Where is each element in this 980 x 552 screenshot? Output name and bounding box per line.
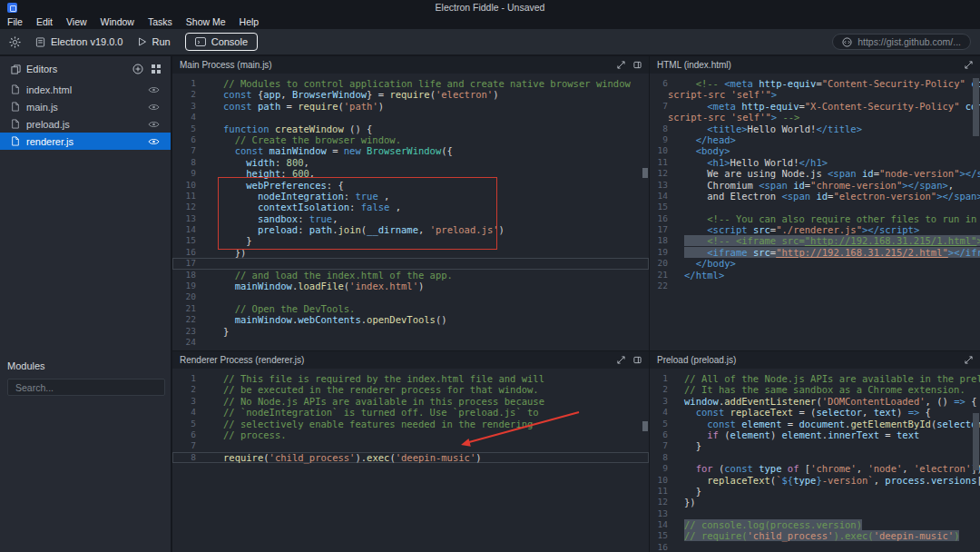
line-number: 24: [172, 337, 207, 348]
menu-tasks[interactable]: Tasks: [148, 16, 172, 27]
code-line: 1// Modules to control application life …: [172, 78, 649, 89]
line-number: 8: [172, 157, 207, 168]
scrollbar-thumb[interactable]: [973, 413, 979, 470]
modules-title: Modules: [0, 355, 171, 377]
code-line: 15// require('child_process').exec('deep…: [650, 530, 980, 541]
code-editor-html[interactable]: 6 <!-- <meta http-equiv="Content-Securit…: [650, 74, 980, 350]
run-button[interactable]: Run: [138, 36, 171, 47]
code-line: 12 We are using Node.js <span id="node-v…: [650, 168, 980, 179]
code-line: 13 sandbox: true,: [172, 213, 649, 224]
line-number: 5: [172, 419, 207, 429]
line-number: 6: [650, 78, 673, 89]
code-line: 12 contextIsolation: false ,: [172, 202, 649, 212]
code-line: 6// process.: [172, 429, 649, 440]
gist-icon: [842, 37, 852, 47]
code-editor-main[interactable]: 1// Modules to control application life …: [172, 74, 649, 350]
panel-toggle-icon[interactable]: [633, 356, 642, 364]
code-line: 9 for (const type of ['chrome', 'node', …: [650, 463, 980, 474]
code-line: 12}): [650, 497, 980, 508]
layout-grid-icon[interactable]: [151, 64, 162, 74]
file-icon: [11, 102, 20, 112]
module-search-input[interactable]: [7, 379, 165, 396]
code-line: 6 if (element) element.innerText = text: [650, 429, 980, 440]
code-line: 5// selectively enable features needed i…: [172, 419, 649, 429]
line-number: 16: [650, 213, 673, 224]
line-number: 12: [650, 497, 673, 508]
menu-edit[interactable]: Edit: [36, 16, 53, 27]
menu-file[interactable]: File: [7, 16, 23, 27]
pane-title: Renderer Process (renderer.js): [180, 355, 304, 365]
eye-icon[interactable]: [148, 121, 160, 128]
gear-icon[interactable]: [9, 36, 21, 48]
code-line: 16 }): [172, 247, 649, 258]
line-number: 2: [172, 89, 207, 100]
eye-icon[interactable]: [148, 138, 160, 145]
line-number: 11: [650, 157, 673, 168]
code-line: 13: [650, 508, 980, 519]
line-number: 4: [172, 112, 207, 123]
code-line: 16: [650, 542, 980, 552]
editors-title: Editors: [26, 64, 57, 74]
menu-view[interactable]: View: [66, 16, 87, 27]
line-number: 19: [172, 281, 207, 291]
menu-help[interactable]: Help: [240, 16, 260, 27]
line-number: 16: [650, 542, 673, 552]
code-line: 11 <h1>Hello World!</h1>: [650, 157, 980, 168]
file-name: main.js: [26, 102, 58, 113]
sidebar-item-index.html[interactable]: index.html: [0, 81, 171, 98]
editor-file-list: index.htmlmain.jspreload.jsrenderer.js: [0, 81, 171, 150]
line-number: 23: [172, 326, 207, 337]
expand-icon[interactable]: [965, 356, 973, 364]
editors-section-header: Editors: [0, 56, 171, 81]
line-number: 14: [650, 519, 673, 530]
panel-toggle-icon[interactable]: [633, 61, 642, 69]
line-number: 17: [172, 258, 207, 269]
expand-icon[interactable]: [617, 61, 625, 69]
code-line: 10 webPreferences: {: [172, 180, 649, 191]
line-number: 10: [650, 475, 673, 486]
code-line: 22 mainWindow.webContents.openDevTools(): [172, 314, 649, 325]
main-content: Editors index.htmlmain.jspreload.jsrende…: [0, 56, 980, 552]
electron-version-selector[interactable]: Electron v19.0.0: [35, 36, 123, 47]
pane-header: Main Process (main.js): [172, 56, 649, 74]
sidebar-item-renderer.js[interactable]: renderer.js: [0, 133, 171, 150]
overview-ruler-marker: [642, 421, 648, 431]
pane-html: HTML (index.html) 6 <!-- <meta http-equi…: [650, 56, 980, 350]
line-number: 5: [650, 419, 673, 429]
line-number: 9: [650, 463, 673, 474]
line-number: 19: [650, 247, 673, 258]
code-line: 3// No Node.js APIs are available in thi…: [172, 396, 649, 407]
gist-url-field[interactable]: https://gist.github.com/...: [832, 34, 971, 50]
line-number: 11: [172, 191, 207, 202]
line-number: 10: [650, 145, 673, 156]
code-line: 4 const replaceText = (selector, text) =…: [650, 407, 980, 418]
code-line: script-src 'self'">: [650, 89, 980, 100]
pane-title: Main Process (main.js): [180, 60, 272, 70]
code-editor-preload[interactable]: 1// All of the Node.js APIs are availabl…: [650, 369, 980, 552]
expand-icon[interactable]: [965, 61, 973, 69]
menu-window[interactable]: Window: [101, 16, 134, 27]
code-line: 7 const mainWindow = new BrowserWindow({: [172, 145, 649, 156]
line-number: 2: [172, 384, 207, 395]
add-editor-icon[interactable]: [132, 64, 143, 74]
eye-icon[interactable]: [148, 86, 160, 94]
eye-icon[interactable]: [148, 104, 160, 111]
line-number: 18: [650, 235, 673, 246]
menu-show-me[interactable]: Show Me: [186, 16, 226, 27]
code-line: 20: [172, 291, 649, 302]
line-number: 1: [172, 373, 207, 384]
code-editor-renderer[interactable]: 1// This file is required by the index.h…: [172, 369, 649, 552]
terminal-icon: [195, 37, 206, 46]
sidebar-item-main.js[interactable]: main.js: [0, 98, 171, 115]
line-number: 3: [650, 396, 673, 407]
sidebar-item-preload.js[interactable]: preload.js: [0, 115, 171, 133]
line-number: 1: [650, 373, 673, 384]
console-button[interactable]: Console: [185, 33, 258, 51]
code-line: 3window.addEventListener('DOMContentLoad…: [650, 396, 980, 407]
line-number: 6: [172, 429, 207, 440]
scrollbar-thumb[interactable]: [973, 78, 979, 136]
code-line: 6 <!-- <meta http-equiv="Content-Securit…: [650, 78, 980, 89]
expand-icon[interactable]: [617, 356, 625, 364]
line-number: 7: [650, 101, 673, 112]
code-line: 19 <iframe src="http://192.168.31.215/2.…: [650, 247, 980, 258]
